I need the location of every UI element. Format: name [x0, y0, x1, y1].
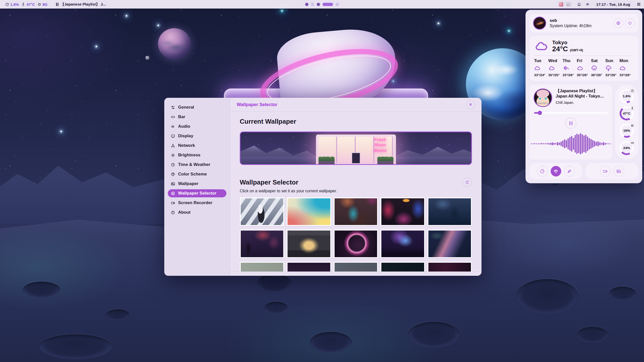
leaf-icon [567, 169, 572, 174]
visualizer-bar [610, 143, 611, 144]
workspace-dot[interactable] [311, 3, 314, 6]
refresh-button[interactable] [462, 177, 472, 187]
bright-star [508, 30, 510, 32]
wallpaper-thumbnail[interactable] [380, 197, 425, 226]
wallpaper-thumbnail[interactable] [240, 262, 284, 272]
wallpaper-thumbnail[interactable] [380, 230, 425, 258]
day-label: Wed [548, 58, 557, 63]
close-button[interactable]: ✕ [466, 100, 475, 109]
sidebar-item-display[interactable]: Display [168, 132, 226, 140]
window-title: Wallpaper Selector [237, 102, 277, 107]
sidebar-item-general[interactable]: General [168, 103, 226, 111]
thermometer-icon [21, 3, 25, 6]
visualizer-bar [553, 143, 555, 145]
pause-icon [56, 3, 58, 6]
power-button[interactable] [625, 18, 635, 28]
wallpaper-thumbnail[interactable] [427, 230, 472, 258]
day-label: Fri [577, 58, 582, 63]
notifications-button[interactable] [576, 1, 582, 8]
visualizer-bar [587, 137, 588, 151]
wallpaper-thumbnail[interactable] [240, 197, 284, 226]
audio-icon [171, 124, 175, 129]
quick-settings-panel: seb System Uptime: 4h19m Tokyo 24°C (GMT… [526, 10, 642, 183]
seek-thumb[interactable] [538, 111, 542, 115]
wallpaper-button[interactable] [614, 166, 624, 176]
wallpaper-thumbnail[interactable] [287, 262, 331, 272]
sidebar-item-wallpaper-selector[interactable]: Wallpaper Selector [168, 189, 226, 197]
wallpaper-thumbnail[interactable] [380, 262, 425, 272]
sidebar-item-brightness[interactable]: Brightness [168, 151, 226, 159]
tray-app-icon[interactable] [559, 2, 563, 7]
wallpaper-thumbnail[interactable] [427, 197, 472, 226]
weather-card: Tokyo 24°C (GMT+9) Tue 33°/24° Wed 35°/2… [530, 36, 638, 81]
bright-star [157, 25, 159, 26]
forecast-day: Sun 33°/26° [605, 58, 620, 77]
visualizer-bar [555, 143, 556, 145]
day-label: Sat [591, 58, 597, 63]
powersave-profile-button[interactable] [564, 166, 575, 176]
tray-screenshot-icon[interactable] [566, 3, 571, 6]
menu-board [352, 153, 360, 164]
sidebar-item-audio[interactable]: Audio [168, 122, 226, 130]
workspace-dot[interactable] [336, 3, 339, 6]
track-artist: Chill Japan. [556, 101, 608, 105]
forecast-day: Fri 35°/26° [577, 58, 591, 77]
overview-button[interactable] [635, 1, 642, 8]
workspace-dot-active[interactable] [323, 3, 333, 6]
sidebar-item-about[interactable]: About [168, 208, 226, 216]
volume-button[interactable] [584, 1, 591, 8]
thermometer-icon [629, 105, 635, 111]
visualizer-bar [601, 143, 602, 145]
wallpaper-thumbnail[interactable] [240, 230, 284, 258]
clock-pill[interactable]: 17:17 - Tue, 19 Aug [593, 1, 633, 8]
seek-slider[interactable] [534, 112, 608, 114]
sidebar-item-time-weather[interactable]: Time & Weather [168, 161, 226, 169]
cpu-value: 1.8% [10, 2, 19, 7]
sidebar-item-bar[interactable]: Bar [168, 113, 226, 121]
visualizer-bar [590, 139, 592, 149]
visualizer-bar [562, 141, 564, 147]
balanced-profile-button[interactable] [551, 166, 561, 176]
wallpaper-image [288, 231, 330, 257]
display-icon [171, 134, 175, 138]
day-temps: 36°/26° [591, 73, 602, 77]
workspace-dot[interactable] [305, 3, 308, 6]
system-stats-pill[interactable]: 1.8% 47°C 8G [2, 1, 51, 8]
pause-button[interactable] [565, 118, 576, 129]
sidebar-item-wallpaper[interactable]: Wallpaper [168, 180, 226, 188]
crater [264, 302, 288, 314]
temp-stat: 47°C [21, 2, 35, 7]
settings-main: Wallpaper Selector ✕ Current Wallpaper F… [230, 98, 481, 276]
wallpaper-thumbnail[interactable] [287, 197, 331, 226]
wallpaper-image [335, 198, 377, 225]
gauge-icon [5, 3, 9, 6]
sidebar-label: Color Scheme [178, 172, 207, 177]
gear-icon [616, 21, 621, 25]
weather-city: Tokyo [552, 39, 583, 46]
wallpaper-thumbnail[interactable] [334, 262, 378, 272]
workspace-dot[interactable] [317, 3, 320, 6]
visualizer-bar [541, 143, 542, 144]
forecast-day: Tue 33°/24° [534, 58, 548, 77]
wallpaper-thumbnail[interactable] [334, 197, 378, 226]
selector-heading: Wallpaper Selector [240, 178, 298, 186]
sidebar-item-network[interactable]: Network [168, 142, 226, 150]
wallpaper-thumbnail[interactable] [427, 262, 472, 272]
cloud-icon [548, 65, 555, 72]
settings-button[interactable] [614, 18, 623, 28]
workspace-indicator[interactable] [302, 1, 342, 8]
wallpaper-thumbnail[interactable] [287, 230, 331, 258]
info-icon [171, 210, 175, 215]
visualizer-bar [564, 139, 565, 148]
system-tray[interactable] [556, 1, 574, 8]
wallpaper-thumbnail[interactable] [334, 230, 378, 258]
day-temps: 35°/25° [548, 73, 560, 77]
settings-window: General Bar Audio Display Network Bright… [164, 98, 481, 276]
performance-profile-button[interactable] [537, 166, 548, 176]
screen-record-button[interactable] [600, 166, 611, 176]
sidebar-item-screen-recorder[interactable]: Screen Recorder [168, 199, 226, 207]
media-pill[interactable]: 【Japanese Playlist】 J... [53, 1, 109, 8]
power-profile-group [530, 163, 582, 179]
forecast-day: Thu 33°/26° [562, 58, 577, 77]
sidebar-item-color-scheme[interactable]: Color Scheme [168, 170, 226, 178]
